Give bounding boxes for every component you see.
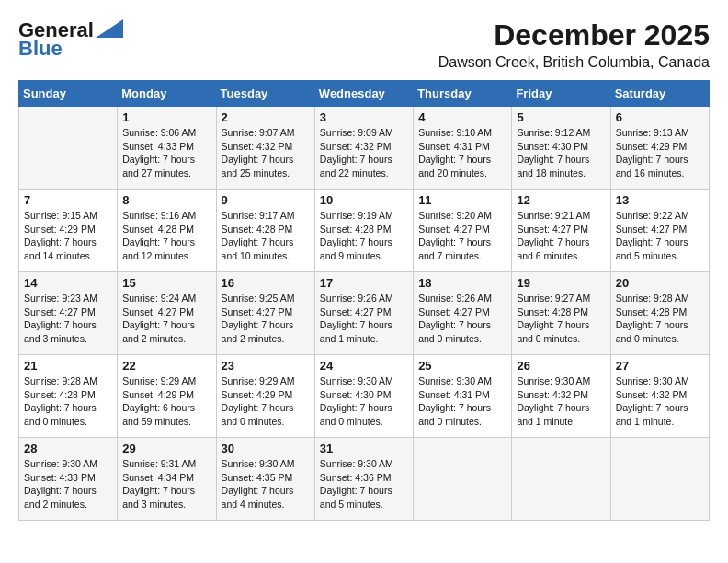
calendar-cell: 27Sunrise: 9:30 AMSunset: 4:32 PMDayligh…: [610, 355, 709, 438]
calendar-cell: 26Sunrise: 9:30 AMSunset: 4:32 PMDayligh…: [512, 355, 610, 438]
calendar-cell: 2Sunrise: 9:07 AMSunset: 4:32 PMDaylight…: [216, 107, 314, 190]
calendar-cell: 23Sunrise: 9:29 AMSunset: 4:29 PMDayligh…: [216, 355, 314, 438]
calendar-cell: 18Sunrise: 9:26 AMSunset: 4:27 PMDayligh…: [414, 272, 512, 355]
week-row-4: 21Sunrise: 9:28 AMSunset: 4:28 PMDayligh…: [19, 355, 710, 438]
day-number: 24: [320, 359, 408, 373]
calendar-cell: 3Sunrise: 9:09 AMSunset: 4:32 PMDaylight…: [314, 107, 413, 190]
day-info: Sunrise: 9:30 AMSunset: 4:30 PMDaylight:…: [320, 374, 408, 429]
title-area: December 2025 Dawson Creek, British Colu…: [438, 18, 710, 71]
day-number: 2: [222, 110, 310, 124]
logo: General Blue: [18, 18, 123, 61]
day-number: 10: [320, 193, 408, 207]
day-info: Sunrise: 9:30 AMSunset: 4:32 PMDaylight:…: [616, 374, 704, 429]
day-info: Sunrise: 9:26 AMSunset: 4:27 PMDaylight:…: [320, 292, 408, 346]
day-info: Sunrise: 9:29 AMSunset: 4:29 PMDaylight:…: [122, 374, 210, 429]
calendar-cell: 9Sunrise: 9:17 AMSunset: 4:28 PMDaylight…: [216, 190, 314, 272]
day-number: 4: [418, 110, 506, 124]
header: General Blue December 2025 Dawson Creek,…: [18, 18, 710, 71]
calendar-cell: 12Sunrise: 9:21 AMSunset: 4:27 PMDayligh…: [512, 190, 610, 272]
day-info: Sunrise: 9:28 AMSunset: 4:28 PMDaylight:…: [24, 374, 112, 429]
day-info: Sunrise: 9:26 AMSunset: 4:27 PMDaylight:…: [418, 292, 506, 346]
calendar-cell: [19, 107, 118, 190]
day-info: Sunrise: 9:22 AMSunset: 4:27 PMDaylight:…: [616, 209, 704, 263]
calendar-cell: 25Sunrise: 9:30 AMSunset: 4:31 PMDayligh…: [414, 355, 512, 438]
calendar-cell: 19Sunrise: 9:27 AMSunset: 4:28 PMDayligh…: [512, 272, 610, 355]
day-info: Sunrise: 9:12 AMSunset: 4:30 PMDaylight:…: [517, 126, 605, 180]
day-number: 11: [418, 193, 506, 207]
subtitle: Dawson Creek, British Columbia, Canada: [438, 54, 710, 71]
day-info: Sunrise: 9:06 AMSunset: 4:33 PMDaylight:…: [122, 126, 210, 180]
day-number: 16: [222, 276, 310, 290]
day-info: Sunrise: 9:15 AMSunset: 4:29 PMDaylight:…: [24, 209, 112, 263]
calendar-header: SundayMondayTuesdayWednesdayThursdayFrid…: [19, 81, 710, 107]
day-number: 12: [517, 193, 605, 207]
calendar-cell: 5Sunrise: 9:12 AMSunset: 4:30 PMDaylight…: [512, 107, 610, 190]
calendar-cell: 30Sunrise: 9:30 AMSunset: 4:35 PMDayligh…: [216, 438, 314, 521]
day-info: Sunrise: 9:30 AMSunset: 4:33 PMDaylight:…: [24, 457, 112, 511]
calendar-cell: 17Sunrise: 9:26 AMSunset: 4:27 PMDayligh…: [314, 272, 413, 355]
day-number: 14: [24, 276, 112, 290]
day-number: 26: [517, 359, 605, 373]
day-info: Sunrise: 9:09 AMSunset: 4:32 PMDaylight:…: [320, 126, 408, 180]
calendar-cell: 14Sunrise: 9:23 AMSunset: 4:27 PMDayligh…: [19, 272, 118, 355]
day-number: 21: [24, 359, 112, 373]
day-number: 31: [320, 442, 408, 455]
day-number: 15: [122, 276, 210, 290]
day-info: Sunrise: 9:30 AMSunset: 4:31 PMDaylight:…: [418, 374, 506, 429]
day-info: Sunrise: 9:30 AMSunset: 4:35 PMDaylight:…: [222, 457, 310, 511]
day-number: 28: [24, 442, 112, 455]
calendar-cell: 22Sunrise: 9:29 AMSunset: 4:29 PMDayligh…: [118, 355, 216, 438]
main-title: December 2025: [438, 18, 710, 52]
header-sunday: Sunday: [19, 81, 118, 107]
calendar-cell: 16Sunrise: 9:25 AMSunset: 4:27 PMDayligh…: [216, 272, 314, 355]
calendar-body: 1Sunrise: 9:06 AMSunset: 4:33 PMDaylight…: [19, 107, 710, 521]
header-saturday: Saturday: [610, 81, 709, 107]
calendar-cell: 20Sunrise: 9:28 AMSunset: 4:28 PMDayligh…: [610, 272, 709, 355]
calendar-cell: 6Sunrise: 9:13 AMSunset: 4:29 PMDaylight…: [610, 107, 709, 190]
logo-icon: [96, 19, 123, 38]
week-row-5: 28Sunrise: 9:30 AMSunset: 4:33 PMDayligh…: [19, 438, 710, 521]
calendar-table: SundayMondayTuesdayWednesdayThursdayFrid…: [18, 80, 710, 521]
day-number: 1: [122, 110, 210, 124]
calendar-cell: 1Sunrise: 9:06 AMSunset: 4:33 PMDaylight…: [118, 107, 216, 190]
header-monday: Monday: [118, 81, 216, 107]
calendar-cell: 29Sunrise: 9:31 AMSunset: 4:34 PMDayligh…: [118, 438, 216, 521]
calendar-cell: 31Sunrise: 9:30 AMSunset: 4:36 PMDayligh…: [314, 438, 413, 521]
day-info: Sunrise: 9:19 AMSunset: 4:28 PMDaylight:…: [320, 209, 408, 263]
calendar-cell: 15Sunrise: 9:24 AMSunset: 4:27 PMDayligh…: [118, 272, 216, 355]
day-info: Sunrise: 9:30 AMSunset: 4:32 PMDaylight:…: [517, 374, 605, 429]
day-number: 3: [320, 110, 408, 124]
header-wednesday: Wednesday: [314, 81, 413, 107]
day-info: Sunrise: 9:24 AMSunset: 4:27 PMDaylight:…: [122, 292, 210, 346]
day-info: Sunrise: 9:31 AMSunset: 4:34 PMDaylight:…: [122, 457, 210, 511]
day-info: Sunrise: 9:30 AMSunset: 4:36 PMDaylight:…: [320, 457, 408, 511]
day-info: Sunrise: 9:20 AMSunset: 4:27 PMDaylight:…: [418, 209, 506, 263]
day-number: 13: [616, 193, 704, 207]
day-info: Sunrise: 9:16 AMSunset: 4:28 PMDaylight:…: [122, 209, 210, 263]
calendar-cell: 4Sunrise: 9:10 AMSunset: 4:31 PMDaylight…: [414, 107, 512, 190]
calendar-cell: 8Sunrise: 9:16 AMSunset: 4:28 PMDaylight…: [118, 190, 216, 272]
day-info: Sunrise: 9:13 AMSunset: 4:29 PMDaylight:…: [616, 126, 704, 180]
calendar-cell: [414, 438, 512, 521]
day-info: Sunrise: 9:17 AMSunset: 4:28 PMDaylight:…: [222, 209, 310, 263]
svg-marker-0: [96, 19, 123, 38]
calendar-cell: 10Sunrise: 9:19 AMSunset: 4:28 PMDayligh…: [314, 190, 413, 272]
day-number: 25: [418, 359, 506, 373]
day-number: 17: [320, 276, 408, 290]
day-number: 23: [222, 359, 310, 373]
calendar-cell: 28Sunrise: 9:30 AMSunset: 4:33 PMDayligh…: [19, 438, 118, 521]
day-number: 9: [222, 193, 310, 207]
week-row-1: 1Sunrise: 9:06 AMSunset: 4:33 PMDaylight…: [19, 107, 710, 190]
header-friday: Friday: [512, 81, 610, 107]
day-number: 27: [616, 359, 704, 373]
day-info: Sunrise: 9:28 AMSunset: 4:28 PMDaylight:…: [616, 292, 704, 346]
calendar-cell: [512, 438, 610, 521]
day-number: 7: [24, 193, 112, 207]
day-number: 8: [122, 193, 210, 207]
calendar-cell: 13Sunrise: 9:22 AMSunset: 4:27 PMDayligh…: [610, 190, 709, 272]
day-number: 18: [418, 276, 506, 290]
week-row-3: 14Sunrise: 9:23 AMSunset: 4:27 PMDayligh…: [19, 272, 710, 355]
day-info: Sunrise: 9:07 AMSunset: 4:32 PMDaylight:…: [222, 126, 310, 180]
day-info: Sunrise: 9:25 AMSunset: 4:27 PMDaylight:…: [222, 292, 310, 346]
day-info: Sunrise: 9:29 AMSunset: 4:29 PMDaylight:…: [222, 374, 310, 429]
